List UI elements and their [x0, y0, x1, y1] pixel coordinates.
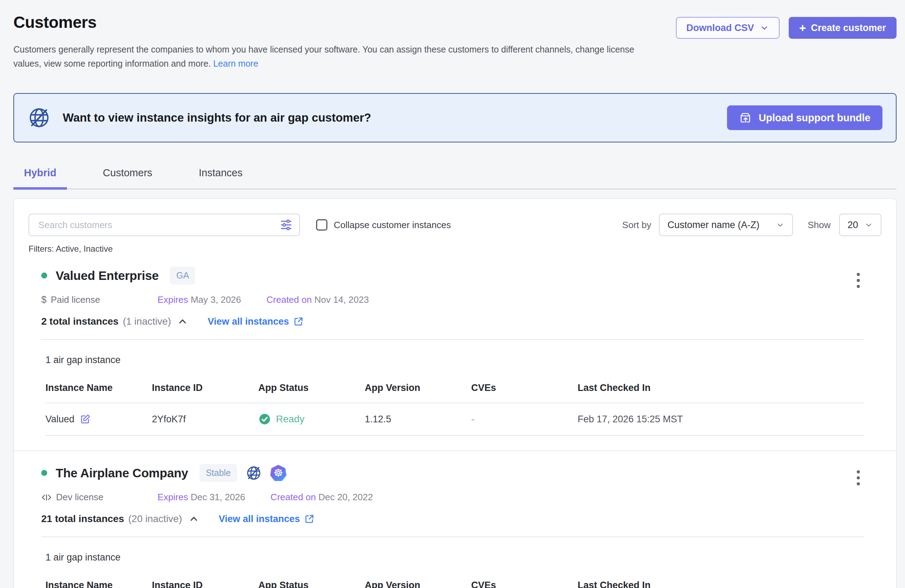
tab-customers[interactable]: Customers — [92, 162, 163, 189]
external-link-icon — [293, 316, 304, 327]
col-instance-name: Instance Name — [46, 580, 152, 588]
kebab-menu-button[interactable] — [854, 271, 862, 290]
plus-icon: + — [799, 22, 806, 34]
license-type: $ Paid license — [41, 294, 157, 305]
col-app-version: App Version — [365, 580, 471, 588]
col-last-checked-in: Last Checked In — [578, 580, 864, 588]
upload-icon — [739, 111, 752, 124]
col-app-status: App Status — [258, 580, 365, 588]
filter-sliders-icon[interactable] — [279, 218, 293, 232]
customer-name[interactable]: The Airplane Company — [56, 466, 188, 480]
instance-name-cell: Valued — [46, 413, 152, 425]
view-tabs: Hybrid Customers Instances — [13, 162, 897, 189]
col-instance-id: Instance ID — [152, 580, 258, 588]
table-header-row: Instance Name Instance ID App Status App… — [46, 575, 864, 588]
sort-select-value: Customer name (A-Z) — [667, 219, 759, 230]
expires-label: Expires — [157, 492, 188, 502]
col-cves: CVEs — [471, 383, 578, 393]
created-field: Created on Nov 14, 2023 — [267, 294, 369, 305]
dollar-icon: $ — [41, 294, 46, 305]
license-row: $ Paid license Expires May 3, 2026 Creat… — [41, 294, 881, 305]
customer-header: Valued Enterprise GA — [41, 267, 881, 284]
airgap-globe-icon — [246, 465, 262, 481]
chevron-down-icon — [760, 23, 769, 32]
edit-icon[interactable] — [79, 413, 91, 425]
collapse-instances-toggle[interactable]: Collapse customer instances — [316, 219, 451, 230]
sort-by-label: Sort by — [622, 219, 651, 230]
total-instances: 2 total instances — [41, 316, 118, 327]
show-label: Show — [808, 219, 830, 230]
sort-controls: Sort by Customer name (A-Z) Show 20 — [622, 214, 881, 236]
divider — [41, 339, 864, 340]
page-description: Customers generally represent the compan… — [13, 42, 644, 70]
airgap-instance-count: 1 air gap instance — [46, 552, 881, 563]
col-cves: CVEs — [471, 580, 578, 588]
check-circle-icon — [258, 413, 271, 426]
total-instances: 21 total instances — [41, 513, 124, 524]
table-header-row: Instance Name Instance ID App Status App… — [46, 378, 864, 403]
chevron-up-icon[interactable] — [189, 513, 199, 524]
page-description-text: Customers generally represent the compan… — [13, 44, 634, 68]
last-checked-in: Feb 17, 2026 15:25 MST — [578, 414, 864, 425]
customer-row-airplane-company: The Airplane Company Stable ☸ — [29, 451, 881, 588]
show-select[interactable]: 20 — [839, 214, 881, 236]
customers-page: Customers Customers generally represent … — [0, 0, 905, 588]
instances-summary-row: 21 total instances (20 inactive) View al… — [41, 513, 881, 524]
created-label: Created on — [267, 294, 312, 305]
collapse-checkbox[interactable] — [316, 219, 327, 230]
col-app-status: App Status — [258, 383, 365, 393]
col-app-version: App Version — [365, 383, 471, 393]
show-select-value: 20 — [848, 219, 858, 230]
upload-support-bundle-button[interactable]: Upload support bundle — [727, 105, 883, 130]
expires-date: Dec 31, 2026 — [191, 492, 245, 502]
search-wrapper — [29, 214, 300, 236]
cves-value: - — [471, 414, 578, 425]
kebab-menu-button[interactable] — [854, 468, 862, 488]
search-input[interactable] — [29, 214, 300, 236]
learn-more-link[interactable]: Learn more — [213, 59, 258, 68]
page-header: Customers Customers generally represent … — [13, 11, 897, 70]
created-label: Created on — [271, 492, 316, 502]
channel-badge: Stable — [200, 464, 237, 482]
col-last-checked-in: Last Checked In — [578, 383, 864, 393]
airgap-globe-icon — [27, 106, 51, 129]
customer-row-valued-enterprise: Valued Enterprise GA $ Paid license Expi… — [29, 254, 881, 436]
chevron-down-icon — [776, 221, 784, 229]
col-instance-name: Instance Name — [46, 383, 152, 393]
license-row: Dev license Expires Dec 31, 2026 Created… — [41, 492, 881, 503]
code-icon — [41, 492, 52, 503]
download-csv-button[interactable]: Download CSV — [676, 17, 780, 39]
license-type-label: Dev license — [56, 492, 103, 503]
page-title: Customers — [13, 13, 644, 32]
expires-field: Expires May 3, 2026 — [157, 294, 241, 305]
create-customer-button[interactable]: + Create customer — [789, 17, 897, 39]
table-row: Valued 2YfoK7f Ready — [46, 403, 864, 436]
chevron-up-icon[interactable] — [177, 316, 188, 327]
airgap-instances-table: Instance Name Instance ID App Status App… — [46, 575, 864, 588]
view-all-instances-link[interactable]: View all instances — [219, 513, 315, 524]
active-filters-label: Filters: Active, Inactive — [29, 244, 881, 254]
license-type-label: Paid license — [51, 294, 100, 305]
upload-support-bundle-label: Upload support bundle — [759, 112, 870, 124]
customer-header: The Airplane Company Stable ☸ — [41, 464, 881, 482]
app-status-cell: Ready — [258, 413, 365, 426]
page-header-text: Customers Customers generally represent … — [13, 11, 644, 70]
kubernetes-icon: ☸ — [270, 465, 286, 481]
tab-instances[interactable]: Instances — [188, 162, 253, 189]
active-status-dot — [41, 272, 47, 278]
toolbar: Collapse customer instances Sort by Cust… — [29, 214, 881, 236]
tab-hybrid[interactable]: Hybrid — [13, 162, 67, 190]
created-date: Dec 20, 2022 — [319, 492, 373, 502]
inactive-count: (20 inactive) — [128, 513, 182, 524]
expires-label: Expires — [157, 294, 188, 305]
active-status-dot — [41, 470, 47, 476]
airgap-insights-banner: Want to view instance insights for an ai… — [13, 93, 897, 142]
expires-field: Expires Dec 31, 2026 — [157, 492, 245, 503]
customer-name[interactable]: Valued Enterprise — [56, 269, 159, 283]
sort-select[interactable]: Customer name (A-Z) — [659, 214, 793, 236]
airgap-instance-count: 1 air gap instance — [46, 354, 881, 366]
header-actions: Download CSV + Create customer — [676, 17, 897, 39]
view-all-instances-link[interactable]: View all instances — [208, 316, 304, 327]
kubernetes-wheel-glyph: ☸ — [273, 467, 283, 478]
instance-name: Valued — [46, 414, 75, 425]
